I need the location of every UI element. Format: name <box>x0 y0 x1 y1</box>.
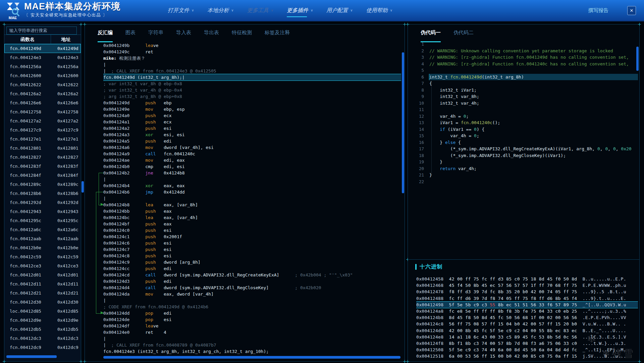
pseudocode-line[interactable]: 22 <box>408 178 638 185</box>
menu-item-user-config[interactable]: 用户配置∨ <box>326 7 353 14</box>
function-row[interactable]: fcn.004128010x412801 <box>4 144 81 153</box>
tab-伪代码一[interactable]: 伪代码一 <box>421 30 441 39</box>
hex-row[interactable]: 0x004124c8 56 ff 75 08 57 ff 15 04 b0 42… <box>416 321 638 327</box>
function-row[interactable]: fcn.00412aab0x412aab <box>4 234 81 243</box>
disasm-line[interactable]: 0x004124b4 xor eax, eax <box>103 183 401 189</box>
pseudocode-line[interactable]: 17 (*_sym.imp.ADVAPI32.dll_RegCreateKeyE… <box>408 146 638 152</box>
hex-row[interactable]: 0x004124e8 14 a1 18 6c 43 00 33 c5 89 45… <box>416 334 638 340</box>
disasm-line[interactable]: 0x004124b6 jmp 0x4124dd <box>103 189 401 195</box>
disasm-line[interactable]: 0x004124df leave <box>103 323 401 329</box>
disasm-line[interactable]: 0x004124b8 lea eax, [var_8h] <box>103 202 401 208</box>
hex-row[interactable]: 0x00412468 45 f4 50 8b 45 ec 57 56 57 57… <box>416 282 638 289</box>
disasm-line[interactable]: | <box>103 176 401 183</box>
function-row[interactable]: fcn.0041289c0x41289c <box>4 180 81 189</box>
function-row[interactable]: fcn.00412d010x412d01 <box>4 270 81 279</box>
hex-row[interactable]: 0x00412518 6a 00 53 56 ff 15 00 b0 42 00… <box>416 353 638 359</box>
close-button[interactable]: ✕ <box>627 6 636 15</box>
hex-row[interactable]: 0x00412508 5f 5e c9 c3 74 49 6a 00 8d 45… <box>416 347 638 353</box>
disasm-line[interactable]: fcn.004124e3 (int32_t arg_8h, int32_t ar… <box>103 348 401 355</box>
pseudocode-line[interactable]: 3// WARNING: [rz-ghidra] Function fcn.00… <box>408 54 638 61</box>
pseudocode-line[interactable]: 7{ <box>408 80 638 87</box>
pseudocode-line[interactable]: 9 int32_t var_8h; <box>408 93 638 100</box>
pseudocode-line[interactable]: 5 <box>408 67 638 74</box>
tab-导出表[interactable]: 导出表 <box>204 30 219 39</box>
menu-item-more-plugins[interactable]: 更多插件∨ <box>287 7 313 14</box>
sidebar-hscrollbar[interactable] <box>6 355 57 358</box>
pseudocode-line[interactable]: 16 } else { <box>408 139 638 146</box>
pseudocode-line[interactable]: 8 int32_t iVar1; <box>408 87 638 94</box>
pseudocode-line[interactable]: 20 return var_4h; <box>408 165 638 172</box>
tab-反汇编[interactable]: 反汇编 <box>98 30 113 39</box>
disasm-line[interactable]: | <box>103 195 401 202</box>
disasm-line[interactable]: 0x004124e0 ret 4 <box>103 329 401 335</box>
disasm-line[interactable]: | ; CALL XREF from fcn.00408789 @ 0x4087… <box>103 342 401 348</box>
disasm-line[interactable]: 0x004124c0 push esi <box>103 227 401 234</box>
function-row[interactable]: fcn.00412d9e0x412d9e <box>4 316 81 325</box>
function-row[interactable]: fcn.00412d300x412d30 <box>4 298 81 307</box>
disasm-line[interactable]: 0x004124c6 push esi <box>103 240 401 246</box>
disasm-line-selected[interactable]: fcn.0041249d (int32_t arg_8h);| <box>103 74 401 81</box>
disasm-line[interactable]: 0x004124cc push edi <box>103 265 401 272</box>
disasm-line[interactable]: 0x004124bc lea eax, [var_4h] <box>103 214 401 221</box>
search-input[interactable] <box>6 27 77 35</box>
function-row[interactable]: fcn.00412a6c0x412a6c <box>4 225 81 234</box>
hex-row[interactable]: 0x00412478 f8 ff d3 39 7d fc 8b 35 20 b0… <box>416 289 638 295</box>
disasm-line[interactable]: ; CODE XREF from fcn.0041249d @ 0x4124b6 <box>103 304 401 310</box>
tab-导入表[interactable]: 导入表 <box>176 30 191 39</box>
disasm-line[interactable]: 0x004124a2 push esi <box>103 125 401 132</box>
disasm-line[interactable]: 0x004124a9 call fcn.0041240c <box>103 151 401 157</box>
menu-item-open-file[interactable]: 打开文件∨ <box>168 7 194 14</box>
menu-item-local-analysis[interactable]: 本地分析∨ <box>207 7 233 14</box>
disasm-line[interactable]: 0x004124b0 cmp edi, esi <box>103 163 401 170</box>
tab-标签及注释[interactable]: 标签及注释 <box>265 30 290 39</box>
function-row[interactable]: fcn.004129430x412943 <box>4 207 81 216</box>
disasm-line[interactable]: 0x004124dd pop edi <box>103 310 401 316</box>
function-row[interactable]: fcn.004124e30x4124e3 <box>4 53 81 62</box>
hex-row[interactable]: 0x00412458 42 00 ff 75 fc ff d3 85 c0 75… <box>416 276 638 282</box>
hex-row-selected[interactable]: 0x00412498 5f 5e 5b c9 c3 55 8b ec 51 51… <box>416 302 638 308</box>
function-row[interactable]: fcn.0041256a0x41256a <box>4 62 81 71</box>
pseudocode-line[interactable]: 18 (*_sym.imp.ADVAPI32.dll_RegCloseKey)(… <box>408 152 638 159</box>
pseudocode-line-selected[interactable]: 6int32_t fcn.0041249d(int32_t arg_8h) <box>408 74 638 81</box>
disasm-vscrollbar[interactable] <box>402 52 404 193</box>
tab-伪代码二[interactable]: 伪代码二 <box>453 30 474 39</box>
function-row[interactable]: fcn.00412dc90x412dc9 <box>4 343 81 352</box>
function-row[interactable]: fcn.00412dc30x412dc3 <box>4 334 81 343</box>
disasm-line[interactable]: 0x004124c7 push esi <box>103 246 401 253</box>
pseudocode-line[interactable]: 4// WARNING: [rz-ghidra] Function fcn.00… <box>408 61 638 67</box>
function-row[interactable]: fcn.0041284f0x41284f <box>4 171 81 180</box>
function-row[interactable]: fcn.004128b60x4128b6 <box>4 189 81 198</box>
pseudocode-line[interactable]: 1 <box>408 41 638 48</box>
pseudocode-line[interactable]: 12 var_4h = 0; <box>408 113 638 120</box>
disasm-line[interactable]: 0x004124a1 push ecx <box>103 119 401 125</box>
function-row[interactable]: fcn.004126220x412622 <box>4 80 81 89</box>
disasm-line[interactable]: 0x0041249c ret <box>103 49 401 55</box>
disasm-line[interactable]: 0x004124ae mov edi, eax <box>103 157 401 163</box>
function-row[interactable]: fcn.0041295c0x41295c <box>4 216 81 225</box>
tab-图表[interactable]: 图表 <box>125 30 136 39</box>
write-report-button[interactable]: 撰写报告 <box>588 7 608 14</box>
disasm-line[interactable]: 0x004124bf push eax <box>103 221 401 227</box>
hex-row[interactable]: 0x004124a8 fc e8 5e ff ff ff 8b f8 3b fe… <box>416 308 638 314</box>
function-row[interactable]: fcn.0041292d0x41292d <box>4 198 81 207</box>
disasm-line[interactable]: | <box>103 61 401 68</box>
disasm-line[interactable]: 0x004124bb push eax <box>103 208 401 214</box>
function-row[interactable]: fcn.004127a20x4127a2 <box>4 116 81 125</box>
disasm-line[interactable]: 0x004124a3 xor esi, esi <box>103 132 401 138</box>
disasm-line[interactable]: 0x0041249e mov ebp, esp <box>103 106 401 112</box>
hex-row[interactable]: 0x004124d8 42 00 8b 45 fc 5f 5e c9 c2 04… <box>416 327 638 334</box>
function-row[interactable]: fcn.00412db50x412db5 <box>4 325 81 334</box>
function-row[interactable]: fcn.00412b0e0x412b0e <box>4 243 81 252</box>
function-row[interactable]: fcn.0041249d0x41249d <box>4 44 81 53</box>
menu-item-more-tools[interactable]: 更多工具∨ <box>247 7 273 14</box>
function-row[interactable]: fcn.004126e60x4126e6 <box>4 98 81 107</box>
disasm-line[interactable]: 0x004124de pop esi <box>103 316 401 323</box>
disasm-line[interactable]: ; var int32_t var_4h @ ebp-0x4 <box>103 87 401 93</box>
function-row[interactable]: fcn.004126a20x4126a2 <box>4 89 81 98</box>
pseudocode-line[interactable]: 14 if (iVar1 == 0) { <box>408 126 638 133</box>
pseudocode-line[interactable]: 2// WARNING: Unknown calling convention … <box>408 48 638 54</box>
hex-row[interactable]: 0x00412488 fc ff d6 39 7d f8 74 05 ff 75… <box>416 295 638 302</box>
pseudocode-scrollbar[interactable] <box>636 47 639 71</box>
disasm-line[interactable]: 0x004124a6 mov dword [var_4h], esi <box>103 144 401 151</box>
disasm-line[interactable]: 0x004124b2 jne 0x4124b8 <box>103 170 401 176</box>
